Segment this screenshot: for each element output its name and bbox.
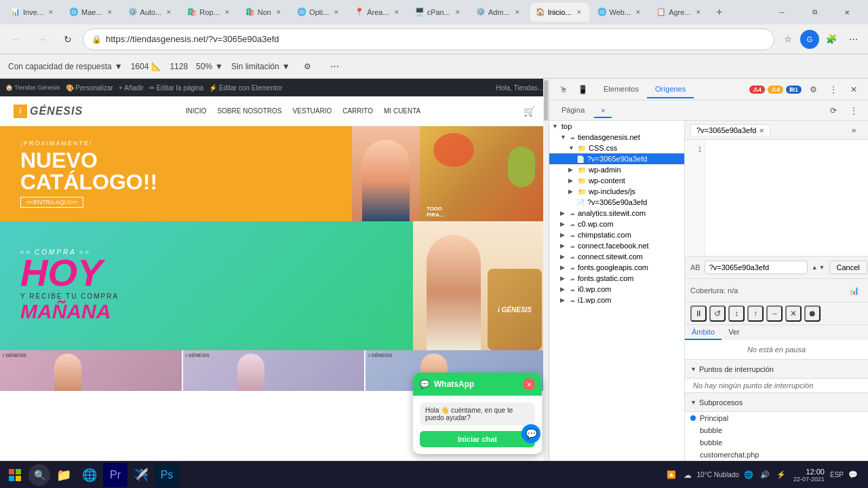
coverage-icon[interactable]: 📊 [845,282,863,299]
viewport-width[interactable]: 1604 📐 [131,62,162,71]
whatsapp-close-button[interactable]: ✕ [523,378,535,390]
tab-close-btn[interactable]: ✕ [574,7,584,17]
admin-customize[interactable]: 🎨 Personalizar [66,84,113,92]
nav-carrito[interactable]: CARRITO [342,107,373,115]
tab-close-btn[interactable]: ✕ [392,7,401,17]
tree-node-csscss[interactable]: ▼ 📁 CSS.css [549,143,684,153]
more-button[interactable]: ⋯ [844,30,863,49]
sync-icon[interactable]: ⟳ [825,102,842,119]
thread-item-customerchat[interactable]: customerchat.php [685,449,868,461]
tab-cpan[interactable]: 🖥️ cPan... ✕ [410,3,468,22]
admin-elementor[interactable]: ⚡ Editar con Elementor [209,84,282,92]
devtools-more-icon[interactable]: ⋮ [825,81,842,98]
taskbar-explorer-icon[interactable]: 📁 [52,463,76,487]
gallery-item-1[interactable]: i GÉNESIS [0,350,183,391]
tab-close-btn[interactable]: ✕ [633,7,643,17]
tab-mae[interactable]: 🌐 Mae... ✕ [64,3,120,22]
devtools-tab-elements[interactable]: Elementos [595,81,647,98]
new-tab-button[interactable]: + [711,4,728,20]
source-code-content[interactable] [705,140,868,256]
tab-inicio[interactable]: 🏠 Inicio... ✕ [530,3,589,22]
breakpoints-header[interactable]: ▼ Puntos de interrupción [685,360,868,379]
more-sources-icon[interactable]: ⋮ [845,102,863,119]
thread-item-principal[interactable]: Principal [685,412,868,424]
limitation-selector[interactable]: Sin limitación ▼ [231,62,290,71]
extensions-button[interactable]: 🧩 [822,30,841,49]
back-button[interactable]: ← [5,29,27,50]
source-tab-close-icon[interactable]: ✕ [759,127,764,134]
admin-site-name[interactable]: 🏠 Tiendas Génesis [5,84,60,91]
tree-node-facebook[interactable]: ▶ ☁ connect.facebook.net [549,240,684,251]
devtools-sub-tab-pagina[interactable]: Página [555,103,591,118]
taskbar-search-button[interactable]: 🔍 [28,464,50,486]
record-button[interactable]: ⏺ [804,305,821,322]
taskbar-premiere-icon[interactable]: Pr [103,463,127,487]
scope-tab-ambito[interactable]: Ámbito [685,325,722,340]
tree-node-file-2[interactable]: 📄 ?v=3065e90a3efd [549,197,684,208]
admin-add[interactable]: + Añadir [119,84,144,92]
profile-button[interactable]: G [800,30,819,49]
start-button[interactable] [3,463,27,487]
tree-node-analytics[interactable]: ▶ ☁ analytics.sitewit.com [549,208,684,219]
tab-inve[interactable]: 📊 Inve... ✕ [5,3,61,22]
nav-inicio[interactable]: INICIO [186,107,207,115]
messenger-icon[interactable]: 💬 [521,424,540,443]
tab-close-btn[interactable]: ✕ [513,7,522,17]
responsive-settings-icon[interactable]: ⚙ [298,57,317,76]
tab-close-btn[interactable]: ✕ [453,7,462,17]
devtools-close-icon[interactable]: ✕ [845,81,863,98]
source-file-tab-active[interactable]: ?v=3065e90a3efd ✕ [690,124,770,136]
address-bar[interactable]: 🔒 https://tiendasgenesis.net/?v=3065e90a… [83,29,774,50]
cart-icon[interactable]: 🛒 [524,106,535,117]
reload-button[interactable]: ↻ [57,29,79,50]
tree-node-tiendasgenesis[interactable]: ▼ ☁ tiendasgenesis.net [549,132,684,143]
banner1-link[interactable]: <<ENTRA AQUÍ>> [20,197,83,208]
tab-rop[interactable]: 🛍️ Rop... ✕ [182,3,237,22]
tab-agre[interactable]: 📋 Agre... ✕ [651,3,708,22]
thread-item-bubble2[interactable]: bubble [685,436,868,449]
maximize-button[interactable]: ⧉ [799,1,830,23]
cancel-button[interactable]: Cancel [829,261,867,274]
nav-vestuario[interactable]: VESTUARIO [292,107,332,115]
devtools-tab-sources[interactable]: Orígenes [647,81,694,98]
tab-web[interactable]: 🌐 Web... ✕ [592,3,649,22]
tree-node-fonts-google[interactable]: ▶ ☁ fonts.googleapis.com [549,262,684,273]
threads-header[interactable]: ▼ Subprocesos [685,393,868,412]
webpage-scrollbar[interactable] [543,79,549,461]
tab-non[interactable]: 🛍️ Non ✕ [240,3,289,22]
tab-auto[interactable]: ⚙️ Auto... ✕ [123,3,180,22]
tree-node-wp-content[interactable]: ▶ 📁 wp-content [549,175,684,186]
source-input-field[interactable] [705,261,808,274]
tab-opti[interactable]: 🌐 Opti... ✕ [292,3,347,22]
tray-volume-icon[interactable]: 🔊 [758,468,772,482]
tree-node-wp-includes-js[interactable]: ▶ 📁 wp-includes/js [549,186,684,197]
tab-close-btn[interactable]: ✕ [222,7,232,17]
deactivate-button[interactable]: ✕ [785,305,802,322]
tab-close-btn[interactable]: ✕ [332,7,341,17]
tree-node-i0wp[interactable]: ▶ ☁ i0.wp.com [549,284,684,295]
tray-notification-icon[interactable]: 💬 [846,468,860,482]
devtools-cursor-icon[interactable]: 🖱 [555,81,572,98]
tree-node-wp-admin[interactable]: ▶ 📁 wp-admin [549,164,684,175]
taskbar-edge-icon[interactable]: 🌐 [77,463,102,487]
tree-node-top[interactable]: ▼ top [549,121,684,132]
zoom-selector[interactable]: 50% ▼ [196,62,223,71]
tab-close-btn[interactable]: ✕ [164,7,174,17]
nav-nosotros[interactable]: SOBRE NOSOTROS [217,107,281,115]
tree-node-i1wp[interactable]: ▶ ☁ i1.wp.com [549,295,684,305]
viewport-height[interactable]: 1128 [170,62,188,71]
tree-node-fonts-gstatic[interactable]: ▶ ☁ fonts.gstatic.com [549,273,684,284]
tab-close-btn[interactable]: ✕ [105,7,115,17]
tab-adm[interactable]: ⚙️ Adm... ✕ [471,3,528,22]
step-out-button[interactable]: ↑ [747,305,764,322]
pause-button[interactable]: ⏸ [690,305,707,322]
nav-cuenta[interactable]: MI CUENTA [384,107,420,115]
forward-button[interactable]: → [31,29,53,50]
minimize-button[interactable]: ─ [766,1,797,23]
thread-item-bubble1[interactable]: bubble [685,424,868,436]
tab-close-btn[interactable]: ✕ [694,7,703,17]
gallery-item-2[interactable]: i GÉNESIS [183,350,366,391]
step-into-button[interactable]: ↕ [728,305,745,322]
devtools-sub-tab-origenes[interactable]: » [594,103,612,118]
tree-node-connect-sitewit[interactable]: ▶ ☁ connect.sitewit.com [549,251,684,262]
